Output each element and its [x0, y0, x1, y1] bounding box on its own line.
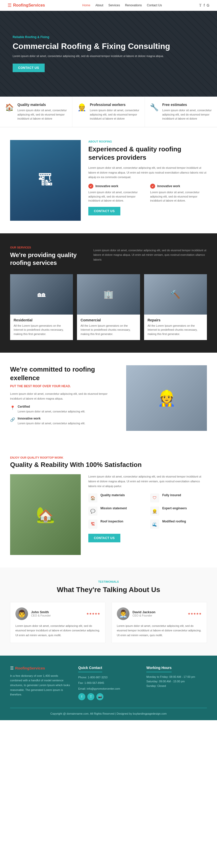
- point-1-title: Innovative work: [157, 184, 180, 188]
- footer-grid: ☰ RoofingServices In a free dictionary o…: [10, 666, 207, 701]
- footer-hours-col: Working Hours Monday to Friday: 08:00 AM…: [146, 666, 207, 701]
- testimonial-1-header: 👨‍💼 David Jackson CEO & Founder ★★★★★: [117, 608, 202, 620]
- quality-title: Quality & Reability With 100% Satisfacti…: [10, 461, 207, 469]
- hero-cta-button[interactable]: CONTACT US: [12, 64, 45, 72]
- logo-text: RoofingServices: [13, 3, 45, 7]
- qf-title-2: Mission statement: [100, 506, 127, 510]
- testimonial-0-user: 👨 John Smith CEO & Founder: [16, 608, 51, 620]
- innovative-title: Innovative work: [18, 417, 85, 420]
- qf-icon-0: 🏠: [88, 493, 97, 502]
- footer: ☰ RoofingServices In a free dictionary o…: [0, 656, 217, 720]
- qf-icon-4: 🏗: [88, 520, 97, 529]
- testimonial-1-stars: ★★★★★: [188, 612, 202, 616]
- service-repairs-image: 🔨: [144, 274, 207, 315]
- quality-section: ENJOY OUR QUALITY ROOFTOP WORK Quality &…: [0, 443, 217, 567]
- service-card-commercial: 🏢 Commercial All the Lorem Ipsum generat…: [77, 274, 140, 340]
- point-1-desc: Lorem ipsum dolor sit amet, consectetur …: [150, 190, 207, 203]
- quality-feature-2: 💬 Mission statement: [88, 506, 145, 516]
- service-repairs-desc: All the Lorem Ipsum generators on the In…: [148, 323, 204, 336]
- hero-content: Reliable Roofing & Fixing Commercial Roo…: [12, 35, 170, 72]
- footer-logo-text: RoofingServices: [15, 666, 45, 670]
- quality-feature-4: 🏗 Roof inspection: [88, 520, 145, 529]
- services-header: OUR SERVICES We're providing quality roo…: [10, 246, 207, 267]
- nav-renovations[interactable]: Renovations: [125, 3, 142, 7]
- testimonials-tag: TESTIMONIALS: [10, 580, 207, 583]
- about-cta-button[interactable]: CONTACT US: [88, 207, 120, 215]
- logo[interactable]: ☰ RoofingServices: [7, 2, 45, 8]
- certified-icon: 📍: [10, 405, 15, 410]
- commitment-content: We're committed to roofing exellence PUT…: [10, 365, 119, 428]
- nav-home[interactable]: Home: [82, 3, 90, 7]
- feature-estimates-desc: Lorem ipsum dolor sit amet, consectetur …: [162, 108, 212, 121]
- hero-tag: Reliable Roofing & Fixing: [12, 35, 170, 39]
- about-desc: Lorem ipsum dolor sit amet, consectetur …: [88, 165, 207, 180]
- footer-twitter-icon[interactable]: 𝕋: [87, 693, 94, 700]
- quality-tag: ENJOY OUR QUALITY ROOFTOP WORK: [10, 456, 207, 459]
- feature-estimates-title: Free estimates: [162, 103, 212, 107]
- quality-cta-button[interactable]: CONTACT US: [88, 534, 120, 542]
- estimates-icon: 🔧: [150, 103, 159, 112]
- footer-email: Email: info@gyromotorcenter.com: [78, 687, 139, 691]
- footer-logo: ☰ RoofingServices: [10, 666, 71, 671]
- testimonial-0-header: 👨 John Smith CEO & Founder ★★★★★: [16, 608, 100, 620]
- service-commercial-body: Commercial All the Lorem Ipsum generator…: [77, 315, 140, 340]
- commitment-title: We're committed to roofing exellence: [10, 365, 119, 382]
- commitment-subtitle: PUT THE BEST ROOF OVER YOUR HEAD.: [10, 384, 119, 388]
- service-residential-body: Residential All the Lorem Ipsum generato…: [10, 315, 73, 340]
- certified-desc: Lorem ipsum dolor sit amet, consectetur …: [18, 409, 85, 414]
- point-1-icon: ✔: [150, 184, 155, 189]
- footer-hours-1: Saturday: 09:00 AM - 15:00 pm: [146, 680, 207, 683]
- testimonial-0-role: CEO & Founder: [31, 614, 51, 617]
- qf-title-5: Modified roofing: [162, 520, 186, 523]
- hero-desc: Lorem ipsum dolor sit amet, consectetur …: [12, 54, 170, 59]
- testimonial-0-stars: ★★★★★: [86, 612, 100, 616]
- innovative-icon: 🔗: [10, 417, 15, 422]
- about-section: 🏗 ABOUT ROOFING Experienced & quality ro…: [0, 127, 217, 233]
- quality-feature-1: 🛡 Fully insured: [150, 493, 207, 502]
- service-residential-title: Residential: [13, 318, 69, 322]
- footer-facebook-icon[interactable]: f: [78, 693, 85, 700]
- qf-icon-5: 🌊: [150, 520, 159, 529]
- footer-menu-icon: ☰: [10, 666, 13, 671]
- facebook-icon[interactable]: f: [204, 3, 205, 7]
- footer-about-col: ☰ RoofingServices In a free dictionary o…: [10, 666, 71, 701]
- twitter-icon[interactable]: 𝕋: [199, 3, 202, 7]
- testimonials-section: TESTIMONIALS What They're Talking About …: [0, 567, 217, 655]
- feature-workers-desc: Lorem ipsum dolor sit amet, consectetur …: [90, 108, 140, 121]
- service-repairs-title: Repairs: [148, 318, 204, 322]
- about-content: ABOUT ROOFING Experienced & quality roof…: [88, 140, 207, 215]
- footer-contact-col: Quick Contact Phone: 1-800-987-3253 Fax:…: [78, 666, 139, 701]
- nav-contact[interactable]: Contact Us: [147, 3, 162, 7]
- qf-title-0: Quality materials: [100, 493, 125, 497]
- footer-hours-title: Working Hours: [146, 666, 172, 672]
- services-grid: 🏘 Residential All the Lorem Ipsum genera…: [10, 274, 207, 340]
- quality-feature-3: 👷 Expert engineers: [150, 506, 207, 516]
- service-commercial-title: Commercial: [81, 318, 136, 322]
- footer-instagram-icon[interactable]: 📷: [96, 693, 103, 700]
- nav-about[interactable]: About: [95, 3, 103, 7]
- certified-title: Certified: [18, 405, 85, 408]
- about-tag: ABOUT ROOFING: [88, 140, 207, 143]
- footer-phone: Phone: 1-800-987-3253: [78, 675, 139, 680]
- services-main-desc: Lorem ipsum dolor sit amet, consectetur …: [93, 248, 207, 262]
- about-point-1: ✔ Innovative work Lorem ipsum dolor sit …: [150, 184, 207, 203]
- footer-fax: Fax: 1-900-567-8945: [78, 681, 139, 685]
- footer-copyright: Copyright @ domainname.com. All Rights R…: [10, 708, 207, 715]
- point-0-desc: Lorem ipsum dolor sit amet, consectetur …: [88, 190, 145, 203]
- nav-services[interactable]: Services: [108, 3, 120, 7]
- point-0-title: Innovative work: [95, 184, 118, 188]
- about-title: Experienced & quality roofing services p…: [88, 145, 207, 162]
- service-residential-image: 🏘: [10, 274, 73, 315]
- feature-quality-desc: Lorem ipsum dolor sit amet, consectetur …: [18, 108, 67, 121]
- services-section: OUR SERVICES We're providing quality roo…: [0, 233, 217, 353]
- point-0-icon: ✔: [88, 184, 93, 189]
- about-point-0: ✔ Innovative work Lorem ipsum dolor sit …: [88, 184, 145, 203]
- testimonial-1-role: CEO & Founder: [132, 614, 155, 617]
- testimonial-0: 👨 John Smith CEO & Founder ★★★★★ Lorem i…: [10, 602, 105, 643]
- commitment-image: 👷: [126, 365, 207, 431]
- qf-title-1: Fully insured: [162, 493, 181, 497]
- google-icon[interactable]: G: [207, 3, 210, 7]
- footer-contact-title: Quick Contact: [78, 666, 102, 672]
- features-row: 🏠 Quality materials Lorem ipsum dolor si…: [0, 97, 217, 127]
- testimonials-grid: 👨 John Smith CEO & Founder ★★★★★ Lorem i…: [10, 602, 207, 643]
